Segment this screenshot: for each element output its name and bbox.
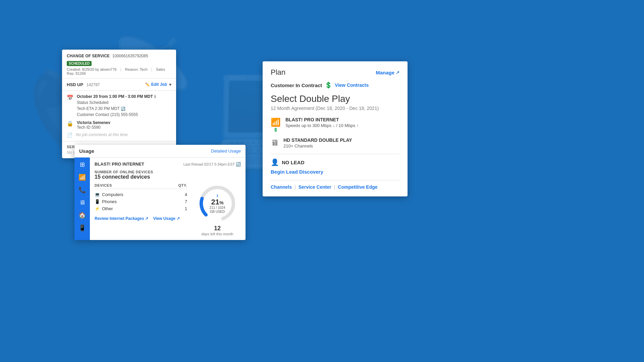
contract-row: Customer In Contract 💲 View Contracts xyxy=(271,81,399,89)
device-row-computers: 💻 Computers 4 xyxy=(95,191,187,198)
plan-name: Select Double Play xyxy=(271,94,399,104)
manage-label: Manage xyxy=(376,70,394,75)
usage-links: Review Internet Packages ↗ View Usage ↗ xyxy=(95,216,187,221)
tech-person-icon: 🔒 xyxy=(67,120,73,127)
calendar-icon: 📅 xyxy=(67,95,73,101)
expand-button[interactable]: ▾ xyxy=(169,82,171,87)
usage-card: Usage Detailed Usage ⊞ 📶 📞 🖥 🏠 📱 BLAST! … xyxy=(74,145,246,240)
cos-meta: Created: 8/29/20 by aboen776 | Reason: T… xyxy=(67,67,171,75)
sidebar-mobile-icon[interactable]: 📱 xyxy=(78,224,86,232)
no-lead-text: NO LEAD xyxy=(282,160,305,165)
service-item-internet: 📶 💲 BLAST! PRO INTERNET Speeds up to 300… xyxy=(271,117,399,132)
view-contracts-link[interactable]: View Contracts xyxy=(335,82,369,88)
sidebar-grid-icon[interactable]: ⊞ xyxy=(80,161,85,168)
sidebar-monitor-icon[interactable]: 🖥 xyxy=(79,199,85,206)
status-badge: SCHEDULED xyxy=(67,61,92,66)
sidebar-home-icon[interactable]: 🏠 xyxy=(78,212,86,219)
cos-order-id: 1000661635792085 xyxy=(112,54,148,58)
speed-up-icon: ↑ xyxy=(357,123,359,128)
competitive-edge-link[interactable]: Competitive Edge xyxy=(338,184,377,190)
sidebar-wifi-icon[interactable]: 📶 xyxy=(78,174,86,181)
usage-title: Usage xyxy=(79,148,94,154)
divider-1 xyxy=(271,154,399,154)
comment-icon: 📄 xyxy=(67,132,72,138)
external-icon-review: ↗ xyxy=(145,216,148,221)
begin-lead-link[interactable]: Begin Lead Discovery xyxy=(271,169,399,175)
usage-service-name: BLAST! PRO INTERNET xyxy=(95,162,144,167)
hsd-label-group: HSD UP 142787 xyxy=(67,82,100,87)
view-usage-link[interactable]: View Usage ↗ xyxy=(153,216,179,221)
tech-id: Tech ID 5590 xyxy=(77,125,171,130)
gauge-center-info: ℹ 21% 211 / 1024 GB USED xyxy=(209,193,225,214)
customer-contact-value: (215) 555-5555 xyxy=(110,112,138,117)
gauge-info-icon: ℹ xyxy=(217,194,218,198)
usage-content: BLAST! PRO INTERNET Last Reload 02/17 5:… xyxy=(90,158,246,240)
no-lead-row: 👤 NO LEAD xyxy=(271,158,399,166)
gauge-percent: 21 xyxy=(211,198,219,206)
edit-icon: ✏️ xyxy=(145,82,150,87)
device-name-phones: Phones xyxy=(102,199,117,204)
channels-link[interactable]: Channels xyxy=(271,184,292,190)
last-reload-text: Last Reload 02/17 5:34pm EST 🔄 xyxy=(183,162,241,167)
tech-row: 🔒 Victoria Semenev Tech ID 5590 xyxy=(67,120,171,130)
plan-footer-links: Channels | Service Center | Competitive … xyxy=(271,184,399,190)
comment-row: 📄 No job comments at this time xyxy=(67,132,171,138)
gauge-gb: 211 / 1024 xyxy=(209,206,225,210)
other-device-icon: ⚡ xyxy=(95,206,100,211)
dollar-service-icon: 💲 xyxy=(273,128,278,132)
gauge-gb-used: GB USED xyxy=(209,210,225,214)
info-icon: ℹ xyxy=(154,95,156,99)
usage-header: Usage Detailed Usage xyxy=(74,145,246,158)
online-devices-count: 15 connected devices xyxy=(95,174,241,180)
hsd-actions: ✏️ Edit Job ▾ xyxy=(145,82,171,87)
view-usage-label: View Usage xyxy=(153,216,175,221)
usage-sidebar: ⊞ 📶 📞 🖥 🏠 📱 xyxy=(74,158,90,240)
phone-device-icon: 📱 xyxy=(95,199,100,204)
last-reload-label: Last Reload 02/17 5:34pm EST xyxy=(183,162,235,166)
usage-body: ⊞ 📶 📞 🖥 🏠 📱 BLAST! PRO INTERNET Last Rel… xyxy=(74,158,246,240)
computer-icon: 💻 xyxy=(95,192,100,197)
tech-id-value: 5590 xyxy=(92,125,101,130)
online-devices-label: NUMBER OF ONLINE DEVICES xyxy=(95,170,241,174)
contract-icon: 💲 xyxy=(325,81,332,89)
service-center-link[interactable]: Service Center xyxy=(299,184,331,190)
reload-icon: 🔄 xyxy=(121,107,125,111)
schedule-section: 📅 October 20 from 1:00 PM - 3:00 PM MDT … xyxy=(62,91,176,141)
contract-label: Customer In Contract xyxy=(271,82,322,88)
usage-main: DEVICES QTY. 💻 Computers 4 📱 Phones xyxy=(95,183,241,236)
cos-header: CHANGE OF SERVICE 1000661635792085 SCHED… xyxy=(62,50,176,78)
schedule-date-text: October 20 from 1:00 PM - 3:00 PM MDT xyxy=(77,94,153,99)
tech-details: Victoria Semenev Tech ID 5590 xyxy=(77,120,171,130)
cos-card: CHANGE OF SERVICE 1000661635792085 SCHED… xyxy=(62,50,176,158)
review-packages-label: Review Internet Packages xyxy=(95,216,144,221)
plan-title: Plan xyxy=(271,68,285,77)
external-icon-usage: ↗ xyxy=(176,216,180,221)
qty-col-label: QTY. xyxy=(178,183,187,187)
gauge-days-label: days left this month xyxy=(202,232,233,236)
tv-service-icon: 🖥 xyxy=(271,138,279,147)
plan-card: Plan Manage ↗ Customer In Contract 💲 Vie… xyxy=(263,61,408,196)
tv-service-desc: 210+ Channels xyxy=(283,143,352,148)
manage-link[interactable]: Manage ↗ xyxy=(376,70,399,75)
review-packages-link[interactable]: Review Internet Packages ↗ xyxy=(95,216,148,221)
reload-button[interactable]: 🔄 xyxy=(236,162,241,167)
pipe-1: | xyxy=(294,184,296,190)
status-value: Scheduled xyxy=(89,100,108,105)
internet-service-name: BLAST! PRO INTERNET xyxy=(285,117,359,122)
edit-job-label: Edit Job xyxy=(151,82,167,87)
detailed-usage-link[interactable]: Detailed Usage xyxy=(211,148,241,154)
gauge-container: ℹ 21% 211 / 1024 GB USED 12 days le xyxy=(194,183,241,236)
usage-table: DEVICES QTY. 💻 Computers 4 📱 Phones xyxy=(95,183,187,236)
plan-header: Plan Manage ↗ xyxy=(271,68,399,77)
devices-col-label: DEVICES xyxy=(95,183,112,187)
pipe-2: | xyxy=(334,184,335,190)
divider-2 xyxy=(271,180,399,180)
device-name-other: Other xyxy=(102,206,113,211)
sidebar-phone-icon[interactable]: 📞 xyxy=(78,186,86,194)
device-name-computers: Computers xyxy=(102,192,123,197)
edit-job-button[interactable]: ✏️ Edit Job xyxy=(145,82,167,87)
service-item-tv: 🖥 HD STANDARD DOUBLE PLAY 210+ Channels xyxy=(271,137,399,148)
schedule-details: October 20 from 1:00 PM - 3:00 PM MDT ℹ … xyxy=(77,94,171,118)
hsd-num: 142787 xyxy=(87,82,100,87)
gauge-days: 12 xyxy=(214,225,221,232)
